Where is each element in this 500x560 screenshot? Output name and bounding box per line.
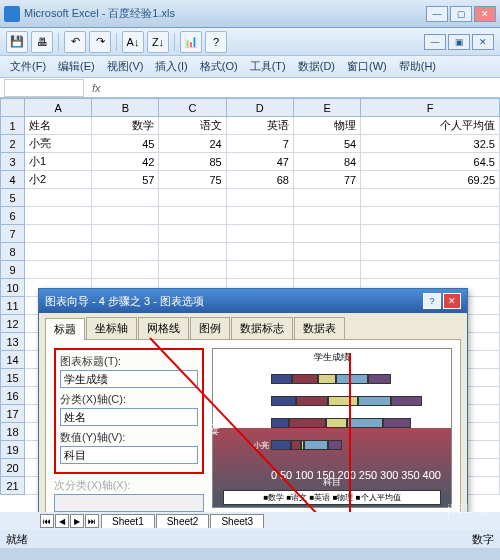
col-header[interactable]: C bbox=[159, 99, 226, 117]
cell[interactable] bbox=[226, 243, 293, 261]
sheet-tab-1[interactable]: Sheet1 bbox=[101, 514, 155, 528]
cell[interactable]: 7 bbox=[226, 135, 293, 153]
tab-axes[interactable]: 坐标轴 bbox=[86, 317, 137, 339]
row-header[interactable]: 14 bbox=[1, 351, 25, 369]
cell[interactable] bbox=[92, 189, 159, 207]
col-header[interactable]: F bbox=[361, 99, 500, 117]
cell[interactable] bbox=[159, 189, 226, 207]
cell[interactable] bbox=[361, 225, 500, 243]
tab-gridlines[interactable]: 网格线 bbox=[138, 317, 189, 339]
row-header[interactable]: 13 bbox=[1, 333, 25, 351]
cell[interactable] bbox=[25, 243, 92, 261]
tab-datalabels[interactable]: 数据标志 bbox=[231, 317, 293, 339]
row-header[interactable]: 3 bbox=[1, 153, 25, 171]
cell[interactable] bbox=[25, 207, 92, 225]
fx-label[interactable]: fx bbox=[92, 82, 101, 94]
print-icon[interactable]: 🖶 bbox=[31, 31, 53, 53]
cell[interactable] bbox=[92, 207, 159, 225]
value-y-input[interactable] bbox=[60, 446, 198, 464]
row-header[interactable]: 12 bbox=[1, 315, 25, 333]
close-button[interactable]: ✕ bbox=[474, 6, 496, 22]
cell[interactable]: 英语 bbox=[226, 117, 293, 135]
tab-datatable[interactable]: 数据表 bbox=[294, 317, 345, 339]
cell[interactable]: 68 bbox=[226, 171, 293, 189]
menu-window[interactable]: 窗口(W) bbox=[341, 57, 393, 76]
cell[interactable]: 24 bbox=[159, 135, 226, 153]
cell[interactable]: 75 bbox=[159, 171, 226, 189]
redo-icon[interactable]: ↷ bbox=[89, 31, 111, 53]
cell[interactable] bbox=[92, 225, 159, 243]
row-header[interactable]: 10 bbox=[1, 279, 25, 297]
cell[interactable]: 小2 bbox=[25, 171, 92, 189]
cell[interactable]: 姓名 bbox=[25, 117, 92, 135]
cell[interactable]: 47 bbox=[226, 153, 293, 171]
cell[interactable] bbox=[159, 225, 226, 243]
cell[interactable] bbox=[361, 243, 500, 261]
workbook-close-button[interactable]: ✕ bbox=[472, 34, 494, 50]
cell[interactable] bbox=[361, 189, 500, 207]
workbook-minimize-button[interactable]: — bbox=[424, 34, 446, 50]
col-header[interactable]: E bbox=[293, 99, 360, 117]
cell[interactable]: 85 bbox=[159, 153, 226, 171]
row-header[interactable]: 11 bbox=[1, 297, 25, 315]
dialog-help-button[interactable]: ? bbox=[423, 293, 441, 309]
cell[interactable]: 物理 bbox=[293, 117, 360, 135]
cell[interactable]: 64.5 bbox=[361, 153, 500, 171]
minimize-button[interactable]: — bbox=[426, 6, 448, 22]
cell[interactable] bbox=[25, 189, 92, 207]
cell[interactable]: 个人平均值 bbox=[361, 117, 500, 135]
tab-nav-prev-icon[interactable]: ◀ bbox=[55, 514, 69, 528]
col-header[interactable] bbox=[1, 99, 25, 117]
cell[interactable] bbox=[361, 261, 500, 279]
sort-asc-icon[interactable]: A↓ bbox=[122, 31, 144, 53]
sort-desc-icon[interactable]: Z↓ bbox=[147, 31, 169, 53]
name-box[interactable] bbox=[4, 79, 84, 97]
row-header[interactable]: 19 bbox=[1, 441, 25, 459]
cell[interactable] bbox=[159, 261, 226, 279]
col-header[interactable]: A bbox=[25, 99, 92, 117]
cell[interactable] bbox=[92, 261, 159, 279]
dialog-titlebar[interactable]: 图表向导 - 4 步骤之 3 - 图表选项 ? ✕ bbox=[39, 289, 467, 313]
row-header[interactable]: 17 bbox=[1, 405, 25, 423]
menu-insert[interactable]: 插入(I) bbox=[149, 57, 193, 76]
cell[interactable] bbox=[25, 261, 92, 279]
row-header[interactable]: 2 bbox=[1, 135, 25, 153]
tab-nav-next-icon[interactable]: ▶ bbox=[70, 514, 84, 528]
row-header[interactable]: 1 bbox=[1, 117, 25, 135]
save-icon[interactable]: 💾 bbox=[6, 31, 28, 53]
category-x-input[interactable] bbox=[60, 408, 198, 426]
dialog-close-button[interactable]: ✕ bbox=[443, 293, 461, 309]
cell[interactable] bbox=[226, 207, 293, 225]
cell[interactable]: 57 bbox=[92, 171, 159, 189]
row-header[interactable]: 4 bbox=[1, 171, 25, 189]
cell[interactable] bbox=[293, 243, 360, 261]
tab-title[interactable]: 标题 bbox=[45, 318, 85, 340]
cell[interactable] bbox=[226, 189, 293, 207]
tab-legend[interactable]: 图例 bbox=[190, 317, 230, 339]
chart-title-input[interactable] bbox=[60, 370, 198, 388]
cell[interactable]: 77 bbox=[293, 171, 360, 189]
col-header[interactable]: D bbox=[226, 99, 293, 117]
chart-icon[interactable]: 📊 bbox=[180, 31, 202, 53]
cell[interactable]: 69.25 bbox=[361, 171, 500, 189]
row-header[interactable]: 5 bbox=[1, 189, 25, 207]
menu-file[interactable]: 文件(F) bbox=[4, 57, 52, 76]
cell[interactable]: 84 bbox=[293, 153, 360, 171]
menu-format[interactable]: 格式(O) bbox=[194, 57, 244, 76]
maximize-button[interactable]: ▢ bbox=[450, 6, 472, 22]
row-header[interactable]: 7 bbox=[1, 225, 25, 243]
tab-nav-last-icon[interactable]: ⏭ bbox=[85, 514, 99, 528]
cell[interactable] bbox=[226, 225, 293, 243]
cell[interactable] bbox=[361, 207, 500, 225]
workbook-restore-button[interactable]: ▣ bbox=[448, 34, 470, 50]
menu-help[interactable]: 帮助(H) bbox=[393, 57, 442, 76]
col-header[interactable]: B bbox=[92, 99, 159, 117]
cell[interactable] bbox=[92, 243, 159, 261]
row-header[interactable]: 9 bbox=[1, 261, 25, 279]
help-icon[interactable]: ? bbox=[205, 31, 227, 53]
cell[interactable]: 语文 bbox=[159, 117, 226, 135]
cell[interactable]: 54 bbox=[293, 135, 360, 153]
menu-edit[interactable]: 编辑(E) bbox=[52, 57, 101, 76]
menu-tools[interactable]: 工具(T) bbox=[244, 57, 292, 76]
cell[interactable]: 数学 bbox=[92, 117, 159, 135]
